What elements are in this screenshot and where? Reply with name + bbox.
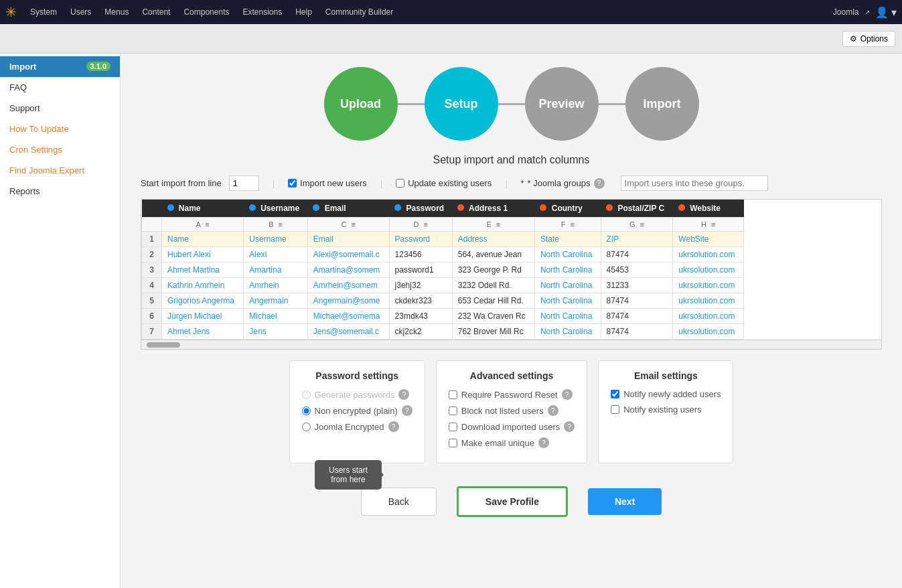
col-num-header [142, 200, 162, 218]
step-line-3 [599, 103, 625, 105]
make-email-unique-checkbox[interactable] [449, 439, 457, 447]
save-profile-button[interactable]: Save Profile [457, 486, 568, 517]
sidebar-item-reports[interactable]: Reports [0, 181, 120, 202]
nav-community-builder[interactable]: Community Builder [320, 0, 398, 24]
nav-help[interactable]: Help [290, 0, 317, 24]
cell-1-zip: ZIP [601, 232, 673, 247]
import-new-users-label[interactable]: Import new users [288, 178, 367, 188]
cell-4-name: Kathrin Amrhein [162, 278, 244, 293]
subheader-f[interactable]: F ≡ [534, 218, 601, 232]
update-existing-users-label[interactable]: Update existing users [396, 178, 492, 188]
options-button[interactable]: ⚙ Options [842, 31, 895, 47]
sub-toolbar: ⚙ Options [0, 24, 902, 54]
download-imported-checkbox[interactable] [449, 423, 457, 431]
pw-option-nonencrypted[interactable]: Non encrypted (plain) ? [302, 405, 412, 416]
step-line-2 [498, 103, 525, 105]
pw-joomla-help-icon[interactable]: ? [388, 421, 399, 432]
sidebar-item-import[interactable]: Import 3.1.0 [0, 56, 120, 77]
nav-system[interactable]: System [25, 0, 62, 24]
nav-menus[interactable]: Menus [99, 0, 134, 24]
email-option-notify-existing[interactable]: Notify existing users [611, 405, 721, 415]
require-pw-reset-help-icon[interactable]: ? [562, 389, 573, 400]
sidebar-item-cron-settings[interactable]: Cron Settings [0, 139, 120, 160]
col-password-header[interactable]: Password [389, 200, 452, 218]
col-postal-header[interactable]: Postal/ZIP C [601, 200, 673, 218]
email-option-notify-new[interactable]: Notify newly added users [611, 389, 721, 399]
col-f-menu-icon[interactable]: ≡ [570, 220, 574, 228]
col-c-menu-icon[interactable]: ≡ [351, 220, 355, 228]
cell-2-email: Alexi@somemail.c [307, 247, 389, 263]
subheader-a[interactable]: A ≡ [162, 218, 244, 232]
scrollbar-thumb[interactable] [147, 342, 180, 348]
cell-2-name: Hubert Alexi [162, 247, 244, 263]
block-not-listed-help-icon[interactable]: ? [548, 405, 558, 416]
nav-components[interactable]: Components [178, 0, 234, 24]
col-g-menu-icon[interactable]: ≡ [640, 220, 644, 228]
adv-option-download-imported[interactable]: Download imported users ? [449, 421, 575, 432]
subheader-c[interactable]: C ≡ [307, 218, 389, 232]
sidebar-item-support[interactable]: Support [0, 98, 120, 119]
adv-option-require-pw-reset[interactable]: Require Password Reset ? [449, 389, 575, 400]
col-e-menu-icon[interactable]: ≡ [496, 220, 500, 228]
cell-7-zip: 87474 [601, 324, 673, 340]
col-website-header[interactable]: Website [673, 200, 744, 218]
sidebar-item-how-to-update[interactable]: How To Update [0, 119, 120, 139]
col-username-header[interactable]: Username [244, 200, 307, 218]
subheader-d[interactable]: D ≡ [389, 218, 452, 232]
subheader-g[interactable]: G ≡ [601, 218, 673, 232]
user-icon[interactable]: 👤 ▾ [875, 6, 897, 19]
website-dot [678, 204, 685, 211]
nav-extensions[interactable]: Extensions [237, 0, 287, 24]
pw-generate-help-icon[interactable]: ? [398, 389, 409, 400]
notify-existing-checkbox[interactable] [611, 405, 619, 414]
bottom-buttons: Back Save Profile Next [141, 480, 882, 524]
nav-users[interactable]: Users [65, 0, 96, 24]
subheader-b[interactable]: B ≡ [244, 218, 307, 232]
cell-4-address: 3232 Odell Rd. [452, 278, 534, 293]
update-existing-checkbox[interactable] [396, 179, 404, 188]
block-not-listed-label: Block not listed users [461, 406, 544, 416]
col-country-header[interactable]: Country [534, 200, 601, 218]
data-table-wrapper: Name Username Email [141, 199, 882, 350]
joomla-link[interactable]: Joomla [833, 7, 859, 17]
col-b-menu-icon[interactable]: ≡ [279, 220, 283, 228]
adv-option-make-email-unique[interactable]: Make email unique ? [449, 437, 575, 448]
require-pw-reset-label: Require Password Reset [461, 390, 558, 400]
pw-nonencrypted-help-icon[interactable]: ? [402, 405, 412, 416]
cell-5-website: ukrsolution.com [673, 293, 744, 309]
pw-option-generate[interactable]: Generate passwords ? [302, 389, 412, 400]
require-pw-reset-checkbox[interactable] [449, 390, 457, 399]
back-button[interactable]: Back [361, 488, 437, 516]
sidebar-item-find-joomla-expert[interactable]: Find Joomla Expert [0, 160, 120, 181]
row-num-2: 2 [142, 247, 162, 263]
col-name-header[interactable]: Name [162, 200, 244, 218]
make-email-unique-help-icon[interactable]: ? [538, 437, 549, 448]
nav-content[interactable]: Content [137, 0, 175, 24]
import-new-users-checkbox[interactable] [288, 179, 297, 188]
col-h-menu-icon[interactable]: ≡ [711, 220, 715, 228]
notify-new-users-checkbox[interactable] [611, 390, 619, 398]
col-address-header[interactable]: Address 1 [452, 200, 534, 218]
import-version-badge: 3.1.0 [86, 62, 110, 71]
start-import-input[interactable] [229, 175, 259, 191]
horizontal-scrollbar[interactable] [141, 340, 881, 349]
col-email-header[interactable]: Email [307, 200, 389, 218]
cell-3-zip: 45453 [601, 263, 673, 278]
block-not-listed-checkbox[interactable] [449, 407, 457, 415]
pw-nonencrypted-radio[interactable] [302, 407, 311, 415]
subheader-h[interactable]: H ≡ [673, 218, 744, 232]
subheader-e[interactable]: E ≡ [452, 218, 534, 232]
download-imported-help-icon[interactable]: ? [564, 421, 575, 432]
sidebar-item-faq[interactable]: FAQ [0, 77, 120, 98]
next-button[interactable]: Next [588, 488, 662, 515]
pw-joomla-radio[interactable] [302, 423, 311, 431]
pw-generate-radio[interactable] [302, 390, 311, 399]
col-a-menu-icon[interactable]: ≡ [205, 220, 209, 228]
import-settings-row: Start import from line | Import new user… [141, 175, 882, 191]
cell-3-email: Amartina@somem [307, 263, 389, 278]
joomla-groups-input[interactable] [621, 175, 768, 191]
col-d-menu-icon[interactable]: ≡ [423, 220, 427, 228]
joomla-groups-help-icon[interactable]: ? [594, 178, 605, 189]
pw-option-joomla-encrypted[interactable]: Joomla Encrypted ? [302, 421, 412, 432]
adv-option-block-not-listed[interactable]: Block not listed users ? [449, 405, 575, 416]
